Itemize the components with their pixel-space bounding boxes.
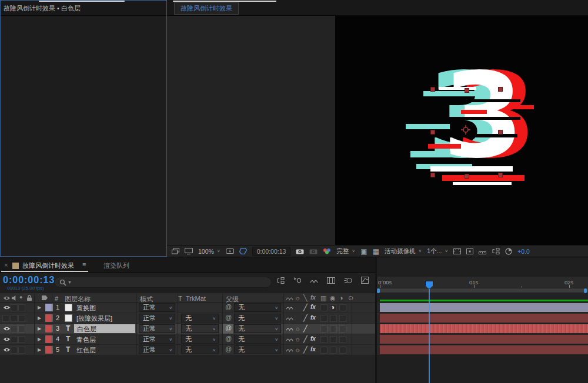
mode-select[interactable]: 正常∨ [139,335,175,344]
pan-behind-region-icon[interactable] [226,248,234,254]
frame-blend-toggle[interactable] [320,304,328,311]
comp-mini-flowchart-icon[interactable] [276,277,285,284]
layer-lane-5[interactable] [376,345,588,355]
solo-toggle[interactable] [18,336,25,343]
expander-arrow-icon[interactable]: ▶ [38,315,41,321]
quality-switch-icon[interactable]: ╱ [303,314,308,322]
collapse-switch-icon[interactable]: ☼ [295,346,300,353]
threed-toggle[interactable] [339,347,346,354]
title-action-safe-icon[interactable] [453,248,461,254]
shy-switch-icon[interactable] [286,315,293,321]
layer-row-3-selected[interactable]: ▶ 3 T 白色层 正常∨ 无∨ @ 无∨ ☼ ╱ [0,324,376,334]
parent-pickwhip-icon[interactable]: @ [225,324,232,331]
selection-handle-top-left[interactable] [430,87,435,92]
panel-drag-highlight[interactable] [39,1,125,2]
shy-switch-icon[interactable] [286,325,293,331]
motion-blur-enable-icon[interactable] [344,277,352,284]
layer-duration-bar[interactable] [380,314,588,322]
solo-toggle[interactable] [18,315,25,322]
magnification-monitor-icon[interactable] [185,248,193,254]
motion-blur-toggle[interactable] [330,325,337,332]
eye-icon[interactable] [3,337,11,342]
selection-handle-bottom-center[interactable] [465,174,469,179]
eye-icon[interactable] [3,347,11,352]
frame-blend-toggle[interactable] [320,315,328,322]
parent-pickwhip-icon[interactable]: @ [225,335,232,342]
selection-handle-mid-right[interactable] [498,130,503,135]
motion-blur-toggle[interactable] [330,315,337,322]
show-snapshot-icon[interactable] [309,248,318,254]
layer-row-4[interactable]: ▶ 4 T 青色层 正常∨ 无∨ @ 无∨ ☼ ╱ fx [0,334,376,345]
fx-switch-icon[interactable]: fx [310,335,316,342]
current-time-indicator-line[interactable] [429,281,430,383]
t-column-header[interactable]: T [178,295,182,302]
graph-editor-icon[interactable] [361,277,369,284]
channel-rgb-icon[interactable] [323,248,331,254]
threed-toggle[interactable] [339,325,346,332]
work-area-end-handle[interactable] [584,288,587,293]
mode-select[interactable]: 正常∨ [139,303,175,312]
mode-select[interactable]: 正常∨ [139,345,175,354]
solo-toggle[interactable] [18,347,25,354]
expander-arrow-icon[interactable]: ▶ [38,305,41,310]
trkmat-select[interactable]: 无∨ [181,324,219,333]
threed-toggle[interactable] [339,336,346,343]
layer-duration-bar[interactable] [380,335,588,344]
selection-handle-top-right[interactable] [498,87,503,92]
always-preview-icon[interactable] [172,248,179,254]
shy-switch-icon[interactable] [286,304,293,310]
audio-toggle[interactable] [11,347,18,354]
layer-duration-bar[interactable] [380,345,588,354]
eye-icon[interactable] [3,326,11,331]
fx-switch-icon[interactable]: fx [310,346,316,352]
trkmat-column-header[interactable]: TrkMat [186,295,206,302]
parent-select[interactable]: 无∨ [234,335,281,344]
anchor-point-icon[interactable] [461,125,470,135]
shy-switch-icon[interactable] [286,336,293,342]
parent-pickwhip-icon[interactable]: @ [225,345,232,352]
adjustment-layer-switch-icon[interactable]: ◑ [330,303,335,311]
layer-lane-4[interactable] [376,334,588,345]
frame-blend-toggle[interactable] [320,325,328,332]
layer-name[interactable]: [故障效果层] [76,314,112,323]
layer-name[interactable]: 青色层 [76,335,96,344]
trkmat-select[interactable]: 无∨ [181,345,219,354]
comp-flowchart-icon[interactable] [492,248,500,254]
view-layout-select[interactable]: 1个...∨ [427,247,448,256]
frame-blend-toggle[interactable] [320,347,328,354]
exposure-value[interactable]: +0.0 [517,248,530,255]
selection-handle-bottom-right[interactable] [498,173,503,177]
panel-drag-highlight[interactable] [173,1,276,2]
fx-switch-icon[interactable]: fx [310,314,316,321]
resolution-select[interactable]: 完整∨ [336,247,355,256]
quality-switch-icon[interactable]: ╱ [303,304,308,311]
mode-select[interactable]: 正常∨ [139,324,175,333]
work-area-bar[interactable] [376,288,588,293]
region-of-interest-icon[interactable] [239,248,247,254]
layer-lane-1[interactable] [376,303,588,313]
expander-arrow-icon[interactable]: ▶ [38,347,41,352]
parent-select[interactable]: 无∨ [234,324,281,333]
audio-toggle[interactable] [11,325,18,332]
layer-lane-3[interactable] [376,324,588,334]
selection-handle-top-center[interactable] [465,88,469,93]
hide-shy-layers-icon[interactable] [310,277,318,284]
current-timecode[interactable]: 0:00:00:13 [3,275,55,285]
timeline-pane-divider[interactable] [375,257,377,383]
mode-select[interactable]: 正常∨ [139,314,175,322]
layer-duration-bar-selected[interactable] [380,324,588,333]
expander-arrow-icon[interactable]: ▶ [38,326,41,331]
motion-blur-toggle[interactable] [330,347,337,354]
quality-switch-icon[interactable]: ╱ [303,325,308,332]
layer-duration-bar[interactable] [380,303,588,312]
selection-handle-bottom-left[interactable] [430,173,435,177]
composition-view[interactable]: 3 3 3 [335,16,588,245]
layer-name[interactable]: 置换图 [76,304,96,313]
layer-row-5[interactable]: ▶ 5 T 红色层 正常∨ 无∨ @ 无∨ ☼ ╱ fx [0,345,376,355]
trkmat-select[interactable]: 无∨ [181,335,219,344]
zoom-level-select[interactable]: 100%∨ [198,248,220,255]
expander-arrow-icon[interactable]: ▶ [38,337,41,342]
quality-switch-icon[interactable]: ╱ [303,335,308,343]
eye-icon[interactable] [3,305,11,310]
audio-toggle[interactable] [11,315,18,322]
